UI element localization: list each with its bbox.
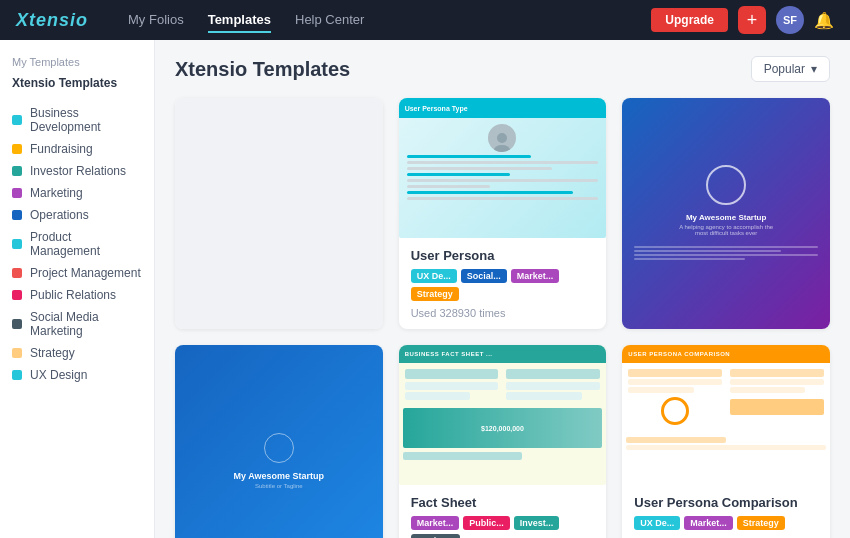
page-title: Xtensio Templates: [175, 58, 350, 81]
pd-title-text: My Awesome Startup: [234, 471, 325, 481]
sidebar-item-product-mgmt[interactable]: Product Management: [12, 226, 142, 262]
template-card-blank-slate[interactable]: Blank Slate: [175, 98, 383, 329]
sort-dropdown[interactable]: Popular ▾: [751, 56, 830, 82]
dot-marketing: [12, 188, 22, 198]
dot-social-media: [12, 319, 22, 329]
card-used-user-persona: Used 328930 times: [411, 307, 595, 319]
dot-operations: [12, 210, 22, 220]
sop-title-text: My Awesome Startup: [686, 213, 766, 222]
sop-sub-text: A helping agency to accomplish themost d…: [679, 224, 773, 236]
avatar[interactable]: SF: [776, 6, 804, 34]
card-title-fact-sheet: Fact Sheet: [411, 495, 595, 510]
main-content: Xtensio Templates Popular ▾ Blank Slate: [155, 40, 850, 538]
up-header-text: User Persona Type: [405, 105, 468, 112]
nav-templates[interactable]: Templates: [208, 8, 271, 33]
tag-market2: Market...: [411, 516, 460, 530]
tag-public: Public...: [463, 516, 510, 530]
dot-ux-design: [12, 370, 22, 380]
template-thumb-blank-slate: [175, 98, 383, 329]
sidebar-item-marketing[interactable]: Marketing: [12, 182, 142, 204]
sort-label: Popular: [764, 62, 805, 76]
card-tags-user-persona: UX De... Social... Market... Strategy: [411, 269, 595, 301]
tag-market: Market...: [511, 269, 560, 283]
my-templates-label: My Templates: [12, 56, 142, 68]
nav-help-center[interactable]: Help Center: [295, 8, 364, 33]
sidebar-item-ux-design[interactable]: UX Design: [12, 364, 142, 386]
card-info-upc: User Persona Comparison UX De... Market.…: [622, 485, 830, 538]
main-layout: My Templates Xtensio Templates Business …: [0, 40, 850, 538]
sop-circle: [706, 165, 746, 205]
tag-social: Social...: [461, 269, 507, 283]
sidebar-label-project-mgmt: Project Management: [30, 266, 141, 280]
sidebar-item-investor[interactable]: Investor Relations: [12, 160, 142, 182]
sidebar-label-product-mgmt: Product Management: [30, 230, 142, 258]
tag-strategy: Strategy: [411, 287, 459, 301]
dot-fundraising: [12, 144, 22, 154]
tag-invest3: Invest...: [514, 516, 560, 530]
tag-market3: Market...: [684, 516, 733, 530]
svg-point-1: [494, 145, 510, 152]
upgrade-button[interactable]: Upgrade: [651, 8, 728, 32]
template-card-user-persona[interactable]: User Persona Type: [399, 98, 607, 329]
content-header: Xtensio Templates Popular ▾: [175, 56, 830, 82]
sidebar-label-public-relations: Public Relations: [30, 288, 116, 302]
sidebar: My Templates Xtensio Templates Business …: [0, 40, 155, 538]
plus-button[interactable]: +: [738, 6, 766, 34]
card-info-user-persona: User Persona UX De... Social... Market..…: [399, 238, 607, 329]
card-title-upc: User Persona Comparison: [634, 495, 818, 510]
pd-circle: [264, 433, 294, 463]
pd-sub-text: Subtitle or Tagline: [255, 483, 303, 489]
sidebar-label-operations: Operations: [30, 208, 89, 222]
sidebar-label-marketing: Marketing: [30, 186, 83, 200]
card-title-user-persona: User Persona: [411, 248, 595, 263]
template-thumb-pitch-deck: My Awesome Startup Subtitle or Tagline: [175, 345, 383, 538]
bell-icon[interactable]: 🔔: [814, 11, 834, 30]
sidebar-label-social-media: Social Media Marketing: [30, 310, 142, 338]
sidebar-label-strategy: Strategy: [30, 346, 75, 360]
dot-strategy: [12, 348, 22, 358]
sidebar-item-fundraising[interactable]: Fundraising: [12, 138, 142, 160]
dot-business-dev: [12, 115, 22, 125]
nav-links: My Folios Templates Help Center: [128, 8, 651, 33]
tag-ux2: UX De...: [634, 516, 680, 530]
template-card-upc[interactable]: User Persona Comparison: [622, 345, 830, 538]
top-nav: Xtensio My Folios Templates Help Center …: [0, 0, 850, 40]
tag-busine3: Busine...: [411, 534, 461, 538]
up-avatar-shape: [488, 124, 516, 152]
sidebar-label-investor: Investor Relations: [30, 164, 126, 178]
logo: Xtensio: [16, 10, 88, 31]
svg-point-0: [497, 133, 507, 143]
sidebar-item-operations[interactable]: Operations: [12, 204, 142, 226]
dot-public-relations: [12, 290, 22, 300]
dot-product-mgmt: [12, 239, 22, 249]
sidebar-item-strategy[interactable]: Strategy: [12, 342, 142, 364]
dot-investor: [12, 166, 22, 176]
template-card-pitch-deck[interactable]: My Awesome Startup Subtitle or Tagline P…: [175, 345, 383, 538]
sidebar-label-business-dev: Business Development: [30, 106, 142, 134]
template-thumb-user-persona: User Persona Type: [399, 98, 607, 238]
nav-right: Upgrade + SF 🔔: [651, 6, 834, 34]
chevron-down-icon: ▾: [811, 62, 817, 76]
sidebar-item-business-dev[interactable]: Business Development: [12, 102, 142, 138]
tag-ux: UX De...: [411, 269, 457, 283]
fs-header-text: Business Fact Sheet ...: [405, 351, 493, 357]
nav-my-folios[interactable]: My Folios: [128, 8, 184, 33]
sidebar-label-ux-design: UX Design: [30, 368, 87, 382]
template-thumb-upc: User Persona Comparison: [622, 345, 830, 485]
dot-project-mgmt: [12, 268, 22, 278]
card-tags-fact-sheet: Market... Public... Invest... Busine...: [411, 516, 595, 538]
card-info-fact-sheet: Fact Sheet Market... Public... Invest...…: [399, 485, 607, 538]
sop-lines: [634, 244, 818, 262]
templates-grid: Blank Slate User Persona Type: [175, 98, 830, 538]
template-card-startup[interactable]: My Awesome Startup A helping agency to a…: [622, 98, 830, 329]
sidebar-item-social-media[interactable]: Social Media Marketing: [12, 306, 142, 342]
template-card-fact-sheet[interactable]: Business Fact Sheet ...: [399, 345, 607, 538]
logo-x: X: [16, 10, 29, 30]
upc-header-text: User Persona Comparison: [628, 351, 730, 357]
xtensio-templates-label: Xtensio Templates: [12, 76, 142, 90]
template-thumb-fact-sheet: Business Fact Sheet ...: [399, 345, 607, 485]
sidebar-label-fundraising: Fundraising: [30, 142, 93, 156]
sidebar-item-public-relations[interactable]: Public Relations: [12, 284, 142, 306]
card-tags-upc: UX De... Market... Strategy: [634, 516, 818, 530]
sidebar-item-project-mgmt[interactable]: Project Management: [12, 262, 142, 284]
